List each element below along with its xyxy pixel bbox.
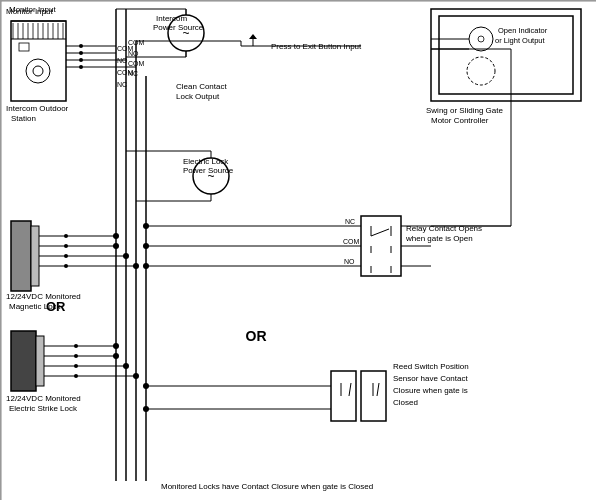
svg-point-83 [133,263,139,269]
svg-rect-103 [361,216,401,276]
svg-text:when gate is Open: when gate is Open [405,234,473,243]
svg-point-101 [123,363,129,369]
svg-point-125 [143,263,149,269]
svg-text:COM: COM [128,60,145,67]
svg-point-100 [113,353,119,359]
svg-text:Open Indicator: Open Indicator [498,26,548,35]
svg-rect-126 [331,371,356,421]
svg-text:Closed: Closed [393,398,418,407]
svg-point-123 [143,243,149,249]
svg-point-82 [123,253,129,259]
svg-text:or Light Output: or Light Output [495,36,546,45]
svg-text:NO: NO [344,258,355,265]
svg-point-140 [478,36,484,42]
svg-text:NC: NC [117,81,127,88]
svg-point-80 [113,233,119,239]
svg-rect-66 [11,221,31,291]
svg-point-81 [113,243,119,249]
svg-text:NO: NO [128,50,139,57]
svg-text:COM: COM [343,238,360,245]
svg-text:COM: COM [128,39,145,46]
svg-rect-17 [19,43,29,51]
svg-text:Clean Contact: Clean Contact [176,82,227,91]
svg-text:Relay Contact Opens: Relay Contact Opens [406,224,482,233]
svg-point-141 [467,57,495,85]
svg-text:Station: Station [11,114,36,123]
svg-text:12/24VDC Monitored: 12/24VDC Monitored [6,394,81,403]
svg-point-121 [143,223,149,229]
svg-rect-67 [31,226,39,286]
svg-text:Power Source: Power Source [153,23,204,32]
svg-text:OR: OR [246,328,267,344]
svg-point-16 [33,66,43,76]
svg-text:Power Source: Power Source [183,166,234,175]
svg-text:12/24VDC Monitored: 12/24VDC Monitored [6,292,81,301]
svg-text:NC: NC [345,218,355,225]
svg-point-102 [133,373,139,379]
svg-text:Sensor have Contact: Sensor have Contact [393,374,468,383]
svg-text:Monitor Input: Monitor Input [9,5,56,14]
svg-text:NO: NO [117,57,128,64]
svg-text:Magnetic Lock: Magnetic Lock [9,302,62,311]
svg-rect-85 [11,331,36,391]
svg-text:Swing or Sliding Gate: Swing or Sliding Gate [426,106,503,115]
svg-text:Closure when gate is: Closure when gate is [393,386,468,395]
svg-text:Intercom Outdoor: Intercom Outdoor [6,104,69,113]
svg-text:Electric Lock: Electric Lock [183,157,229,166]
svg-text:Motor Controller: Motor Controller [431,116,489,125]
svg-text:Electric Strike Lock: Electric Strike Lock [9,404,78,413]
svg-point-135 [143,383,149,389]
svg-point-99 [113,343,119,349]
svg-rect-86 [36,336,44,386]
svg-text:NC: NC [128,70,138,77]
svg-text:Monitored Locks have Contact C: Monitored Locks have Contact Closure whe… [161,482,373,491]
svg-text:Reed Switch Position: Reed Switch Position [393,362,469,371]
svg-text:Lock Output: Lock Output [176,92,220,101]
svg-text:Intercom: Intercom [156,14,187,23]
wiring-diagram: Monitor Input ~ Intercom Power Source Pr… [0,0,596,500]
svg-point-137 [143,406,149,412]
